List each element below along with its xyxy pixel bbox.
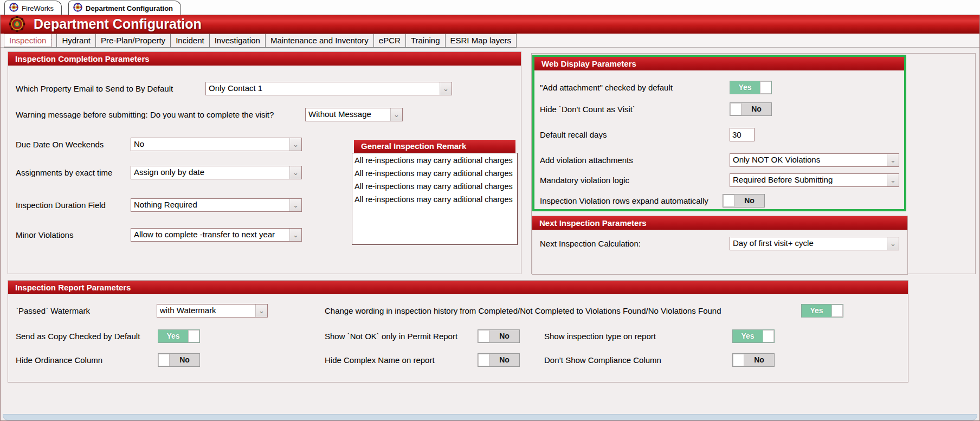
violation-rows-expand-toggle[interactable]: No xyxy=(723,194,765,208)
send-as-copy-toggle[interactable]: Yes xyxy=(158,329,200,343)
passed-watermark-label: `Passed` Watermark xyxy=(16,304,90,318)
chevron-down-icon[interactable]: ⌄ xyxy=(289,199,301,211)
chevron-down-icon[interactable]: ⌄ xyxy=(887,237,899,250)
chevron-down-icon[interactable]: ⌄ xyxy=(440,82,452,95)
default-recall-days-label: Default recall days xyxy=(540,128,607,141)
general-inspection-remark-textarea[interactable]: All re-inspections may carry aditional c… xyxy=(352,153,518,245)
tab-hydrant[interactable]: Hydrant xyxy=(56,34,96,48)
warning-message-select[interactable]: Without Message ⌄ xyxy=(305,108,403,121)
department-configuration-badge-icon xyxy=(73,3,82,14)
toggle-knob xyxy=(763,330,774,342)
next-inspection-parameters-panel: Next Inspection Parameters Next Inspecti… xyxy=(532,216,908,275)
app-tab-fireworks[interactable]: FireWorks xyxy=(4,1,62,15)
passed-watermark-select[interactable]: with Watermark ⌄ xyxy=(157,304,268,318)
hide-dont-count-as-visit-toggle[interactable]: No xyxy=(730,102,772,116)
tab-pre-plan-property[interactable]: Pre-Plan/Property xyxy=(95,34,171,48)
app-tab-label: Department Configuration xyxy=(86,4,173,12)
chevron-down-icon[interactable]: ⌄ xyxy=(289,138,301,151)
dont-show-compliance-toggle[interactable]: No xyxy=(732,353,775,367)
inspection-report-parameters-header: Inspection Report Parameters xyxy=(8,281,908,294)
chevron-down-icon[interactable]: ⌄ xyxy=(289,166,301,179)
send-as-copy-label: Send as Copy Checked by Default xyxy=(16,329,140,343)
show-inspection-type-toggle[interactable]: Yes xyxy=(732,329,775,343)
due-date-weekends-label: Due Date On Weekends xyxy=(16,138,104,151)
add-attachment-default-label: "Add attachment" checked by default xyxy=(540,81,673,94)
page-title: Department Configuration xyxy=(34,16,202,32)
mandatory-violation-logic-label: Mandatory violation logic xyxy=(540,173,629,187)
hide-ordinance-toggle[interactable]: No xyxy=(158,353,200,367)
dont-show-compliance-label: Don’t Show Compliance Column xyxy=(544,353,661,367)
tab-inspection[interactable]: Inspection xyxy=(4,34,51,47)
show-not-ok-permit-toggle[interactable]: No xyxy=(478,329,520,343)
minor-violations-select[interactable]: Allow to complete -transfer to next year… xyxy=(131,228,302,242)
tab-training[interactable]: Training xyxy=(405,34,446,48)
chevron-down-icon[interactable]: ⌄ xyxy=(887,154,899,166)
chevron-down-icon[interactable]: ⌄ xyxy=(390,108,402,121)
due-date-weekends-select[interactable]: No ⌄ xyxy=(131,138,302,151)
inspection-completion-parameters-panel: Inspection Completion Parameters Which P… xyxy=(8,51,521,274)
hide-dont-count-as-visit-label: Hide `Don't Count as Visit` xyxy=(540,102,635,116)
which-property-email-select[interactable]: Only Contact 1 ⌄ xyxy=(205,82,452,95)
change-wording-toggle[interactable]: Yes xyxy=(801,304,843,318)
add-violation-attachments-select[interactable]: Only NOT OK Violations ⌄ xyxy=(730,153,899,167)
chevron-down-icon[interactable]: ⌄ xyxy=(255,305,267,317)
hide-complex-name-toggle[interactable]: No xyxy=(478,353,520,367)
add-attachment-default-toggle[interactable]: Yes xyxy=(730,81,772,94)
show-not-ok-permit-label: Show `Not OK` only in Permit Report xyxy=(325,329,457,343)
add-violation-attachments-label: Add violation attachments xyxy=(540,153,633,167)
inspection-completion-parameters-header: Inspection Completion Parameters xyxy=(8,52,521,66)
toggle-knob xyxy=(730,103,742,115)
config-tab-bar: Department Hydrant Inspection Pre-Plan/P… xyxy=(0,34,980,48)
next-inspection-parameters-header: Next Inspection Parameters xyxy=(532,216,907,230)
inspection-duration-select[interactable]: Nothing Required ⌄ xyxy=(131,198,302,212)
app-window: FireWorks Department Configuration Depar… xyxy=(0,0,980,421)
tab-investigation[interactable]: Investigation xyxy=(209,34,266,48)
change-wording-label: Change wording in inspection history fro… xyxy=(325,304,721,318)
toggle-knob xyxy=(723,195,734,207)
next-inspection-calculation-select[interactable]: Day of first visit+ cycle ⌄ xyxy=(730,237,899,250)
inspection-report-parameters-panel: Inspection Report Parameters `Passed` Wa… xyxy=(8,280,908,383)
right-parameters-container: Web Display Parameters "Add attachment" … xyxy=(531,53,976,274)
toggle-knob xyxy=(188,330,199,342)
tab-incident[interactable]: Incident xyxy=(170,34,210,48)
default-recall-days-input[interactable] xyxy=(730,128,755,141)
toggle-knob xyxy=(158,354,170,366)
toggle-knob xyxy=(831,305,843,317)
show-inspection-type-label: Show inspection type on report xyxy=(544,329,656,343)
fireworks-badge-icon xyxy=(9,3,18,14)
window-bottom-edge xyxy=(3,414,977,420)
web-display-parameters-panel: Web Display Parameters "Add attachment" … xyxy=(532,55,906,211)
violation-rows-expand-label: Inspection Violation rows expand automat… xyxy=(540,194,708,208)
app-tab-label: FireWorks xyxy=(22,4,54,12)
toggle-knob xyxy=(478,330,489,342)
general-inspection-remark-header: General Inspection Remark xyxy=(354,140,515,153)
next-inspection-calculation-label: Next Inspection Calculation: xyxy=(540,237,641,250)
mandatory-violation-logic-select[interactable]: Required Before Submitting ⌄ xyxy=(730,173,899,187)
tab-maintenance-and-inventory[interactable]: Maintenance and Inventory xyxy=(265,34,374,48)
fire-department-logo-icon xyxy=(9,16,25,35)
title-bar: Department Configuration xyxy=(0,15,980,34)
toggle-knob xyxy=(478,354,489,366)
web-display-parameters-header: Web Display Parameters xyxy=(534,57,904,70)
hide-ordinance-label: Hide Ordinance Column xyxy=(16,353,102,367)
tab-esri-map-layers[interactable]: ESRI Map layers xyxy=(445,34,517,48)
app-tab-department-configuration[interactable]: Department Configuration xyxy=(68,1,181,15)
inspection-duration-label: Inspection Duration Field xyxy=(16,198,106,212)
which-property-email-label: Which Property Email to Send to By Defau… xyxy=(16,82,173,95)
chevron-down-icon[interactable]: ⌄ xyxy=(887,174,899,186)
toggle-knob xyxy=(760,81,771,94)
toggle-knob xyxy=(733,354,744,366)
tab-epcr[interactable]: ePCR xyxy=(373,34,406,48)
warning-message-label: Warning message before submitting: Do yo… xyxy=(16,108,274,121)
chevron-down-icon[interactable]: ⌄ xyxy=(289,229,301,241)
assignments-exact-time-label: Assignments by exact time xyxy=(16,166,112,179)
minor-violations-label: Minor Violations xyxy=(16,228,73,242)
assignments-exact-time-select[interactable]: Assign only by date ⌄ xyxy=(131,166,302,179)
hide-complex-name-label: Hide Complex Name on report xyxy=(325,353,435,367)
